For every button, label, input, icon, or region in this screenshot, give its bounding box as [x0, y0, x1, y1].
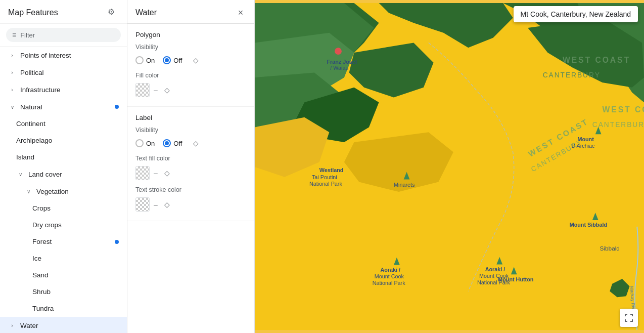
filter-icon: ≡ [12, 31, 16, 39]
sidebar: Map Features ⚙ ≡ Filter › Points of inte… [0, 0, 127, 333]
svg-text:WEST COAST: WEST COAST [563, 56, 630, 64]
map-terrain-svg: WEST COAST CANTERBURY WEST COAST CANTERB… [255, 0, 644, 333]
filter-input-container[interactable]: ≡ Filter [6, 28, 121, 42]
map-search-box[interactable]: Mt Cook, Canterbury, New Zealand [514, 6, 638, 22]
panel-title: Water [135, 8, 157, 17]
svg-text:CANTERBURY: CANTERBURY [592, 121, 644, 129]
text-fill-label: Text fill color [135, 155, 246, 162]
sidebar-item-vegetation[interactable]: ∨ Vegetation [0, 183, 127, 200]
text-stroke-dash: – [154, 200, 158, 209]
sidebar-item-sand[interactable]: Sand [0, 267, 127, 283]
sidebar-item-land-cover[interactable]: ∨ Land cover [0, 165, 127, 183]
svg-point-19 [335, 48, 342, 55]
svg-text:Aoraki /: Aoraki / [380, 267, 400, 273]
sidebar-item-infrastructure[interactable]: › Infrastructure [0, 81, 127, 98]
gear-icon[interactable]: ⚙ [108, 7, 119, 18]
sidebar-item-tundra[interactable]: Tundra [0, 300, 127, 317]
sidebar-item-forest[interactable]: Forest [0, 233, 127, 250]
sidebar-item-water[interactable]: › Water [0, 317, 127, 333]
sidebar-header: Map Features ⚙ [0, 0, 127, 24]
panel-header: Water × [127, 0, 254, 24]
sidebar-item-label: Archipelago [16, 137, 52, 144]
label-section: Label Visibility On Off ◇ Text fill colo… [127, 107, 254, 221]
feature-panel: Water × Polygon Visibility On Off ◇ Fill… [127, 0, 255, 333]
label-section-title: Label [135, 114, 246, 121]
sidebar-item-dry-crops[interactable]: Dry crops [0, 217, 127, 233]
text-stroke-color-row: – ◇ [135, 197, 246, 212]
sidebar-item-label: Ice [32, 255, 41, 262]
svg-text:D'Archiac: D'Archiac [572, 143, 595, 149]
visibility-label: Visibility [135, 44, 246, 51]
sidebar-item-archipelago[interactable]: Archipelago [0, 132, 127, 149]
sidebar-item-label: Natural [20, 103, 42, 111]
text-stroke-swatch[interactable] [135, 197, 150, 212]
fill-color-dash: – [154, 86, 158, 94]
sidebar-item-label: Points of interest [20, 52, 71, 59]
map-background: WEST COAST CANTERBURY WEST COAST CANTERB… [255, 0, 644, 333]
sidebar-item-natural[interactable]: ∨ Natural [0, 98, 127, 115]
sidebar-item-label: Dry crops [32, 221, 62, 229]
svg-text:Tai Poutini: Tai Poutini [312, 174, 337, 180]
chevron-down-icon: ∨ [24, 187, 32, 195]
svg-text:Mount Hutton: Mount Hutton [498, 276, 533, 282]
label-radio-inner-dot [165, 141, 169, 145]
polygon-visibility-diamond[interactable]: ◇ [190, 55, 201, 66]
radio-on-circle [135, 56, 144, 64]
polygon-section-title: Polygon [135, 31, 246, 38]
polygon-off-option[interactable]: Off [163, 56, 182, 64]
filter-label: Filter [20, 31, 35, 39]
fill-color-diamond[interactable]: ◇ [162, 85, 173, 96]
map-search-text: Mt Cook, Canterbury, New Zealand [521, 10, 631, 18]
sidebar-item-points-of-interest[interactable]: › Points of interest [0, 47, 127, 64]
chevron-right-icon: › [8, 86, 16, 94]
sidebar-item-label: Political [20, 69, 44, 76]
label-on-option[interactable]: On [135, 139, 155, 147]
text-stroke-diamond[interactable]: ◇ [162, 199, 173, 210]
svg-text:National Park: National Park [373, 280, 405, 286]
filter-bar: ≡ Filter [0, 24, 127, 47]
chevron-down-icon: ∨ [16, 170, 24, 178]
label-visibility-diamond[interactable]: ◇ [190, 138, 201, 149]
fullscreen-icon [624, 313, 633, 322]
chevron-right-icon: › [8, 68, 16, 76]
svg-text:Mount Cook: Mount Cook [375, 273, 404, 279]
label-off-option[interactable]: Off [163, 139, 182, 147]
sidebar-item-label: Vegetation [36, 188, 69, 195]
polygon-on-option[interactable]: On [135, 56, 155, 64]
svg-text:Mount: Mount [577, 136, 594, 142]
on-label: On [146, 140, 155, 147]
sidebar-item-political[interactable]: › Political [0, 64, 127, 81]
sidebar-item-label: Sand [32, 271, 49, 279]
chevron-right-icon: › [8, 321, 16, 329]
label-visibility-label: Visibility [135, 127, 246, 134]
sidebar-item-shrub[interactable]: Shrub [0, 283, 127, 300]
text-fill-dash: – [154, 169, 158, 177]
active-dot [115, 240, 119, 244]
fill-color-swatch[interactable] [135, 83, 150, 97]
label-radio-on-circle [135, 139, 144, 147]
text-stroke-label: Text stroke color [135, 186, 246, 193]
fullscreen-button[interactable] [620, 309, 638, 327]
sidebar-item-island[interactable]: Island [0, 149, 127, 165]
on-label: On [146, 57, 155, 64]
map-area[interactable]: WEST COAST CANTERBURY WEST COAST CANTERB… [255, 0, 644, 333]
sidebar-item-label: Continent [16, 120, 45, 128]
sidebar-item-label: Tundra [32, 305, 54, 312]
off-label: Off [173, 57, 182, 64]
sidebar-item-label: Land cover [28, 171, 62, 178]
sidebar-item-label: Island [16, 153, 34, 161]
sidebar-item-continent[interactable]: Continent [0, 115, 127, 132]
svg-text:Franz Josef: Franz Josef [327, 59, 357, 65]
sidebar-item-ice[interactable]: Ice [0, 250, 127, 267]
radio-inner-dot [165, 58, 169, 62]
chevron-right-icon: › [8, 51, 16, 59]
text-fill-diamond[interactable]: ◇ [162, 168, 173, 179]
close-button[interactable]: × [235, 7, 246, 18]
text-fill-swatch[interactable] [135, 166, 150, 180]
svg-text:Mount Sibbald: Mount Sibbald [570, 222, 607, 228]
label-radio-off-circle [163, 139, 171, 147]
sidebar-item-crops[interactable]: Crops [0, 200, 127, 217]
active-dot [115, 105, 119, 109]
svg-text:WEST COAST: WEST COAST [603, 105, 645, 114]
off-label: Off [173, 140, 182, 147]
